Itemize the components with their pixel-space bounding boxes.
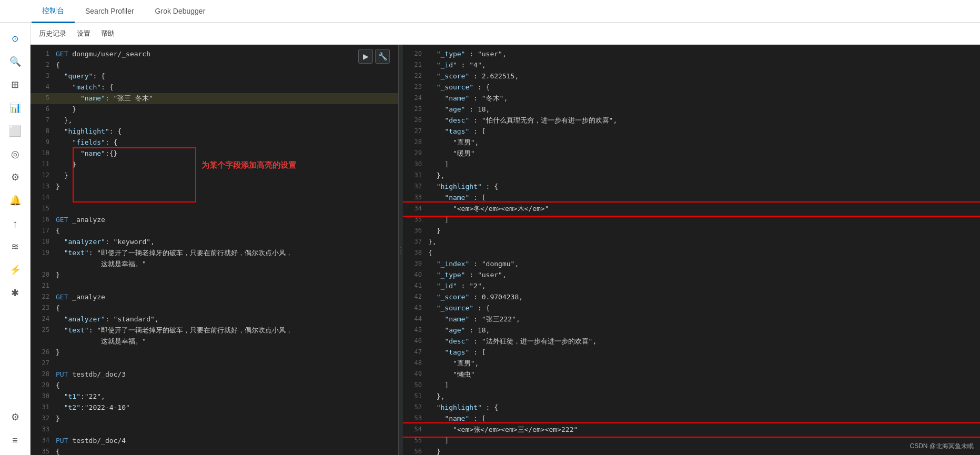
line-content: PUT testdb/_doc/4 — [56, 436, 394, 447]
line-content: } — [428, 226, 976, 237]
toolbar-help[interactable]: 帮助 — [101, 29, 115, 38]
line-number: 24 — [35, 314, 49, 324]
right-pane[interactable]: 20 "_type" : "user",21 "_id" : "4",22 "_… — [403, 45, 980, 455]
line-number: 36 — [407, 226, 422, 236]
line-number: 35 — [407, 215, 422, 225]
sub-toolbar: 历史记录 设置 帮助 — [31, 23, 980, 45]
sidebar-icon-alerts[interactable]: 🔔 — [5, 190, 26, 211]
line-number: 50 — [407, 380, 422, 390]
sidebar-icon-apm[interactable]: ↑ — [5, 213, 26, 234]
line-content: "t1":"22", — [56, 391, 394, 402]
line-number: 27 — [35, 358, 49, 368]
right-code-line: 55 ] — [403, 436, 980, 447]
line-number: 35 — [35, 447, 49, 455]
line-number: 13 — [35, 181, 49, 191]
line-number: 22 — [407, 71, 422, 81]
toolbar-settings[interactable]: 设置 — [77, 29, 90, 38]
right-code-line: 33 "name" : [ — [403, 193, 980, 204]
line-number: 24 — [407, 93, 422, 103]
sidebar-icon-settings[interactable]: ⚙ — [5, 407, 26, 428]
line-content: "_score" : 2.622515, — [428, 71, 976, 82]
line-content: }, — [428, 237, 976, 248]
sidebar-icon-maps[interactable]: ◎ — [5, 144, 26, 165]
line-content: } — [56, 270, 394, 281]
sidebar-icon-home[interactable]: ⊙ — [5, 28, 26, 49]
line-number: 25 — [35, 325, 49, 335]
line-content: PUT testdb/_doc/3 — [56, 369, 394, 380]
left-code-line: 26} — [31, 347, 398, 358]
line-number: 54 — [407, 424, 422, 434]
left-code-line: 6 } — [31, 104, 398, 115]
line-number: 32 — [407, 181, 422, 191]
right-code-line: 47 "tags" : [ — [403, 347, 980, 358]
right-code-line: 56 } — [403, 447, 980, 455]
line-number: 6 — [35, 104, 49, 114]
left-code-line: 32} — [31, 413, 398, 424]
left-code-line: 16GET _analyze — [31, 215, 398, 226]
sidebar-icon-canvas[interactable]: ⬜ — [5, 120, 26, 141]
line-content: "_score" : 0.9704238, — [428, 292, 976, 303]
right-code-line: 45 "age" : 18, — [403, 325, 980, 336]
sidebar-icon-discover[interactable]: 🔍 — [5, 51, 26, 72]
left-code-line: 30 "t1":"22", — [31, 391, 398, 402]
nav-item-grok-debugger[interactable]: Grok Debugger — [145, 1, 216, 23]
right-code-line: 26 "desc" : "怕什么真理无穷，进一步有进一步的欢喜", — [403, 115, 980, 126]
content-area: 历史记录 设置 帮助 ▶ 🔧 为某个字段添加高亮的设置 1GET dongmu/… — [31, 23, 980, 455]
line-content: "tags" : [ — [428, 347, 976, 358]
right-code-line: 42 "_score" : 0.9704238, — [403, 292, 980, 303]
line-number: 37 — [407, 237, 422, 247]
line-number: 53 — [407, 413, 422, 423]
line-content: "<em>张</em><em>三</em><em>222" — [428, 424, 976, 436]
right-code-line: 20 "_type" : "user", — [403, 49, 980, 60]
line-number: 42 — [407, 292, 422, 302]
sidebar-icon-menu[interactable]: ≡ — [5, 430, 26, 451]
line-number: 31 — [407, 170, 422, 180]
right-code-line: 52 "highlight" : { — [403, 402, 980, 413]
line-content: } — [56, 413, 394, 424]
sidebar-icon-ml[interactable]: ⚙ — [5, 167, 26, 188]
line-content: "fields": { — [56, 137, 394, 148]
line-number: 8 — [35, 126, 49, 136]
line-content: "highlight": { — [56, 126, 394, 137]
toolbar-history[interactable]: 历史记录 — [39, 29, 66, 38]
editor-container: ▶ 🔧 为某个字段添加高亮的设置 1GET dongmu/user/_searc… — [31, 45, 980, 455]
nav-item-console[interactable]: 控制台 — [32, 1, 75, 23]
line-content: "name" : [ — [428, 193, 976, 204]
nav-item-search-profiler[interactable]: Search Profiler — [75, 1, 145, 23]
line-number: 56 — [407, 447, 422, 455]
left-code-line: 31 "t2":"2022-4-10" — [31, 402, 398, 413]
right-code-line: 25 "age" : 18, — [403, 104, 980, 115]
line-content: "_id" : "4", — [428, 60, 976, 71]
line-number: 15 — [35, 204, 49, 214]
line-content: "age" : 18, — [428, 325, 976, 336]
line-content: "desc" : "法外狂徒，进一步有进一步的欢喜", — [428, 336, 976, 347]
line-number: 29 — [407, 148, 422, 158]
sidebar-icon-dashboard[interactable]: ⊞ — [5, 74, 26, 95]
pane-divider[interactable]: ⋮ — [399, 45, 403, 455]
line-number: 39 — [407, 259, 422, 269]
line-content: "直男", — [428, 358, 976, 369]
right-code-line: 24 "name" : "冬木", — [403, 93, 980, 104]
line-content: "name" : "张三222", — [428, 314, 976, 325]
line-content: "text": "即使开了一辆老掉牙的破车，只要在前行就好，偶尔吹点小风， — [56, 325, 394, 336]
left-pane[interactable]: ▶ 🔧 为某个字段添加高亮的设置 1GET dongmu/user/_searc… — [31, 45, 399, 455]
line-content: "_source" : { — [428, 303, 976, 314]
sidebar-icon-devtools[interactable]: ✱ — [5, 282, 26, 304]
line-content: "_type" : "user", — [428, 49, 976, 60]
sidebar-icon-visualize[interactable]: 📊 — [5, 97, 26, 118]
line-number: 44 — [407, 314, 422, 324]
wrench-button[interactable]: 🔧 — [375, 49, 390, 64]
left-code-line: 8 "highlight": { — [31, 126, 398, 137]
sidebar-icon-security[interactable]: ⚡ — [5, 259, 26, 280]
line-content: } — [428, 447, 976, 455]
right-code-line: 35 ] — [403, 215, 980, 226]
line-content: { — [56, 60, 394, 71]
line-number: 10 — [35, 148, 49, 158]
line-number: 32 — [35, 413, 49, 423]
left-code-editor[interactable]: 1GET dongmu/user/_search2{3 "query": {4 … — [31, 45, 398, 455]
right-code-line: 39 "_index" : "dongmu", — [403, 259, 980, 270]
left-code-line: 20} — [31, 270, 398, 281]
sidebar-icon-observability[interactable]: ≋ — [5, 236, 26, 257]
run-button[interactable]: ▶ — [358, 49, 373, 64]
line-content: ] — [428, 380, 976, 391]
